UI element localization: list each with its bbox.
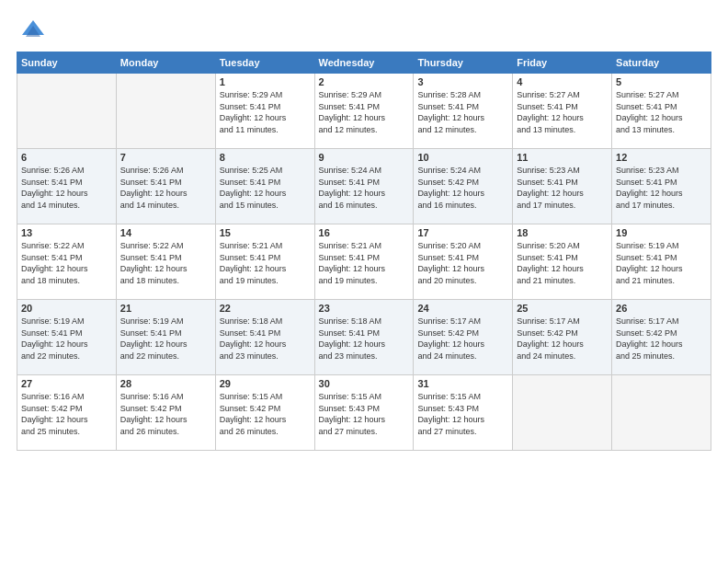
weekday-header-sunday: Sunday bbox=[17, 52, 117, 74]
calendar-week-2: 6Sunrise: 5:26 AM Sunset: 5:41 PM Daylig… bbox=[17, 149, 711, 224]
weekday-header-friday: Friday bbox=[513, 52, 612, 74]
calendar-cell: 10Sunrise: 5:24 AM Sunset: 5:42 PM Dayli… bbox=[414, 149, 513, 224]
day-number: 22 bbox=[220, 303, 311, 314]
calendar-cell: 1Sunrise: 5:29 AM Sunset: 5:41 PM Daylig… bbox=[215, 74, 314, 149]
day-info: Sunrise: 5:21 AM Sunset: 5:41 PM Dayligh… bbox=[319, 240, 410, 286]
calendar-cell: 4Sunrise: 5:27 AM Sunset: 5:41 PM Daylig… bbox=[513, 74, 612, 149]
day-info: Sunrise: 5:15 AM Sunset: 5:42 PM Dayligh… bbox=[220, 391, 311, 437]
calendar-cell: 22Sunrise: 5:18 AM Sunset: 5:41 PM Dayli… bbox=[215, 300, 314, 375]
day-info: Sunrise: 5:16 AM Sunset: 5:42 PM Dayligh… bbox=[21, 391, 112, 437]
day-info: Sunrise: 5:17 AM Sunset: 5:42 PM Dayligh… bbox=[417, 316, 508, 362]
calendar-cell: 28Sunrise: 5:16 AM Sunset: 5:42 PM Dayli… bbox=[116, 375, 215, 451]
calendar-cell bbox=[116, 74, 215, 149]
day-number: 24 bbox=[417, 303, 508, 314]
day-info: Sunrise: 5:17 AM Sunset: 5:42 PM Dayligh… bbox=[517, 316, 608, 362]
day-info: Sunrise: 5:22 AM Sunset: 5:41 PM Dayligh… bbox=[21, 240, 112, 286]
calendar-cell: 7Sunrise: 5:26 AM Sunset: 5:41 PM Daylig… bbox=[116, 149, 215, 224]
day-info: Sunrise: 5:24 AM Sunset: 5:41 PM Dayligh… bbox=[319, 165, 410, 211]
day-info: Sunrise: 5:24 AM Sunset: 5:42 PM Dayligh… bbox=[417, 165, 508, 211]
calendar-cell: 12Sunrise: 5:23 AM Sunset: 5:41 PM Dayli… bbox=[612, 149, 711, 224]
day-info: Sunrise: 5:20 AM Sunset: 5:41 PM Dayligh… bbox=[517, 240, 608, 286]
day-number: 26 bbox=[616, 303, 707, 314]
day-number: 12 bbox=[616, 152, 707, 163]
calendar-cell: 26Sunrise: 5:17 AM Sunset: 5:42 PM Dayli… bbox=[612, 300, 711, 375]
calendar-week-3: 13Sunrise: 5:22 AM Sunset: 5:41 PM Dayli… bbox=[17, 224, 711, 300]
day-info: Sunrise: 5:16 AM Sunset: 5:42 PM Dayligh… bbox=[120, 391, 211, 437]
day-number: 9 bbox=[319, 152, 410, 163]
calendar-cell: 13Sunrise: 5:22 AM Sunset: 5:41 PM Dayli… bbox=[17, 224, 117, 300]
calendar-week-4: 20Sunrise: 5:19 AM Sunset: 5:41 PM Dayli… bbox=[17, 300, 711, 375]
day-info: Sunrise: 5:18 AM Sunset: 5:41 PM Dayligh… bbox=[319, 316, 410, 362]
calendar-week-1: 1Sunrise: 5:29 AM Sunset: 5:41 PM Daylig… bbox=[17, 74, 711, 149]
day-number: 20 bbox=[21, 303, 112, 314]
calendar-cell: 21Sunrise: 5:19 AM Sunset: 5:41 PM Dayli… bbox=[116, 300, 215, 375]
day-number: 23 bbox=[319, 303, 410, 314]
calendar-week-5: 27Sunrise: 5:16 AM Sunset: 5:42 PM Dayli… bbox=[17, 375, 711, 451]
calendar-cell: 15Sunrise: 5:21 AM Sunset: 5:41 PM Dayli… bbox=[215, 224, 314, 300]
day-info: Sunrise: 5:26 AM Sunset: 5:41 PM Dayligh… bbox=[21, 165, 112, 211]
calendar-cell: 29Sunrise: 5:15 AM Sunset: 5:42 PM Dayli… bbox=[215, 375, 314, 451]
day-number: 5 bbox=[616, 76, 707, 87]
day-number: 21 bbox=[120, 303, 211, 314]
day-info: Sunrise: 5:27 AM Sunset: 5:41 PM Dayligh… bbox=[517, 89, 608, 135]
day-number: 1 bbox=[220, 76, 311, 87]
day-info: Sunrise: 5:15 AM Sunset: 5:43 PM Dayligh… bbox=[417, 391, 508, 437]
day-number: 11 bbox=[517, 152, 608, 163]
day-number: 2 bbox=[319, 76, 410, 87]
day-info: Sunrise: 5:17 AM Sunset: 5:42 PM Dayligh… bbox=[616, 316, 707, 362]
calendar-cell: 24Sunrise: 5:17 AM Sunset: 5:42 PM Dayli… bbox=[414, 300, 513, 375]
day-info: Sunrise: 5:29 AM Sunset: 5:41 PM Dayligh… bbox=[319, 89, 410, 135]
calendar-cell: 19Sunrise: 5:19 AM Sunset: 5:41 PM Dayli… bbox=[612, 224, 711, 300]
logo bbox=[17, 17, 46, 42]
calendar-cell bbox=[513, 375, 612, 451]
calendar-cell: 31Sunrise: 5:15 AM Sunset: 5:43 PM Dayli… bbox=[414, 375, 513, 451]
weekday-header-tuesday: Tuesday bbox=[215, 52, 314, 74]
day-info: Sunrise: 5:15 AM Sunset: 5:43 PM Dayligh… bbox=[319, 391, 410, 437]
day-number: 28 bbox=[120, 378, 211, 389]
day-info: Sunrise: 5:29 AM Sunset: 5:41 PM Dayligh… bbox=[220, 89, 311, 135]
header bbox=[17, 17, 711, 42]
day-info: Sunrise: 5:25 AM Sunset: 5:41 PM Dayligh… bbox=[220, 165, 311, 211]
calendar-cell: 14Sunrise: 5:22 AM Sunset: 5:41 PM Dayli… bbox=[116, 224, 215, 300]
day-number: 3 bbox=[417, 76, 508, 87]
day-info: Sunrise: 5:28 AM Sunset: 5:41 PM Dayligh… bbox=[417, 89, 508, 135]
calendar-cell: 9Sunrise: 5:24 AM Sunset: 5:41 PM Daylig… bbox=[314, 149, 414, 224]
day-info: Sunrise: 5:20 AM Sunset: 5:41 PM Dayligh… bbox=[417, 240, 508, 286]
calendar-cell: 2Sunrise: 5:29 AM Sunset: 5:41 PM Daylig… bbox=[314, 74, 414, 149]
weekday-header-saturday: Saturday bbox=[612, 52, 711, 74]
day-info: Sunrise: 5:22 AM Sunset: 5:41 PM Dayligh… bbox=[120, 240, 211, 286]
calendar-cell: 5Sunrise: 5:27 AM Sunset: 5:41 PM Daylig… bbox=[612, 74, 711, 149]
calendar-cell bbox=[612, 375, 711, 451]
day-info: Sunrise: 5:18 AM Sunset: 5:41 PM Dayligh… bbox=[220, 316, 311, 362]
calendar-table: SundayMondayTuesdayWednesdayThursdayFrid… bbox=[17, 52, 711, 451]
day-number: 8 bbox=[220, 152, 311, 163]
calendar-cell: 25Sunrise: 5:17 AM Sunset: 5:42 PM Dayli… bbox=[513, 300, 612, 375]
calendar-cell: 8Sunrise: 5:25 AM Sunset: 5:41 PM Daylig… bbox=[215, 149, 314, 224]
calendar-cell: 23Sunrise: 5:18 AM Sunset: 5:41 PM Dayli… bbox=[314, 300, 414, 375]
calendar-cell: 18Sunrise: 5:20 AM Sunset: 5:41 PM Dayli… bbox=[513, 224, 612, 300]
day-number: 4 bbox=[517, 76, 608, 87]
day-number: 27 bbox=[21, 378, 112, 389]
calendar-cell: 30Sunrise: 5:15 AM Sunset: 5:43 PM Dayli… bbox=[314, 375, 414, 451]
day-number: 31 bbox=[417, 378, 508, 389]
weekday-header-thursday: Thursday bbox=[414, 52, 513, 74]
calendar-cell bbox=[17, 74, 117, 149]
weekday-header-wednesday: Wednesday bbox=[314, 52, 414, 74]
day-number: 15 bbox=[220, 227, 311, 238]
day-number: 19 bbox=[616, 227, 707, 238]
day-info: Sunrise: 5:23 AM Sunset: 5:41 PM Dayligh… bbox=[517, 165, 608, 211]
day-number: 29 bbox=[220, 378, 311, 389]
page: SundayMondayTuesdayWednesdayThursdayFrid… bbox=[0, 0, 728, 563]
weekday-header-row: SundayMondayTuesdayWednesdayThursdayFrid… bbox=[17, 52, 711, 74]
day-info: Sunrise: 5:19 AM Sunset: 5:41 PM Dayligh… bbox=[120, 316, 211, 362]
logo-icon bbox=[20, 17, 46, 42]
day-number: 25 bbox=[517, 303, 608, 314]
day-info: Sunrise: 5:19 AM Sunset: 5:41 PM Dayligh… bbox=[616, 240, 707, 286]
calendar-cell: 11Sunrise: 5:23 AM Sunset: 5:41 PM Dayli… bbox=[513, 149, 612, 224]
day-number: 18 bbox=[517, 227, 608, 238]
day-number: 17 bbox=[417, 227, 508, 238]
day-number: 14 bbox=[120, 227, 211, 238]
day-number: 7 bbox=[120, 152, 211, 163]
day-number: 10 bbox=[417, 152, 508, 163]
day-number: 16 bbox=[319, 227, 410, 238]
